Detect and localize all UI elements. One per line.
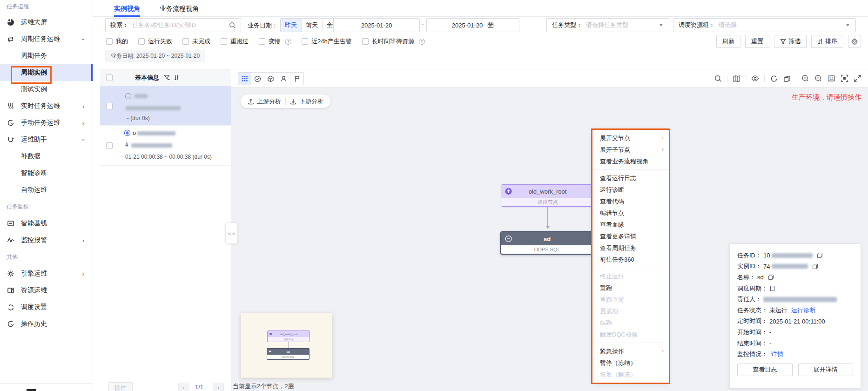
menu-view-run-log[interactable]: 查看运行日志 (592, 172, 669, 184)
sidebar-item-cycle-task[interactable]: 周期任务 (0, 47, 93, 64)
sidebar-item-backfill-data[interactable]: 补数据 (0, 148, 93, 165)
checkbox-run-failed[interactable]: 运行失败 (138, 37, 172, 46)
menu-rerun[interactable]: 重跑 (592, 282, 669, 294)
checkbox-rerun[interactable]: 重跑过 (221, 37, 249, 46)
menu-expand-child[interactable]: 展开子节点› (592, 144, 669, 155)
menu-expand-parent[interactable]: 展开父节点› (592, 132, 669, 144)
checkbox-box[interactable] (106, 38, 113, 45)
search-icon[interactable] (229, 22, 236, 29)
select-all-checkbox[interactable] (106, 74, 113, 81)
minimap[interactable]: old_work_root 虚拟节点 sd ODPS SQL (241, 313, 332, 378)
task-type-select[interactable]: 任务类型： 请选择任务类型 ▼ (546, 18, 669, 32)
upstream-analysis-button[interactable]: 上游分析 (248, 97, 281, 106)
expand-details-button[interactable]: 展开详情 (798, 364, 854, 376)
grid-view-button[interactable] (238, 73, 251, 85)
node-old-work-root[interactable]: old_work_root 虚拟节点 (501, 184, 594, 207)
sidebar-item-operation-history[interactable]: 操作历史 (0, 316, 93, 332)
sidebar-item-cycle-task-ops[interactable]: 周期任务运维 › (0, 31, 93, 47)
checkbox-24h-alert[interactable]: 近24h产生告警 (302, 37, 352, 46)
checkbox-box[interactable] (302, 38, 308, 45)
flag-view-button[interactable] (290, 73, 303, 85)
status-view-button[interactable] (251, 73, 264, 85)
end-date-input[interactable]: 2025-01-20 (426, 18, 519, 32)
checkbox-box[interactable] (138, 38, 145, 45)
menu-edit-node[interactable]: 编辑节点 (592, 207, 669, 219)
checkbox-box[interactable] (182, 38, 189, 45)
checkbox-long-wait-resource[interactable]: 长时间等待资源? (362, 37, 425, 46)
sidebar-item-engine-ops[interactable]: 引擎运维 › (0, 265, 93, 282)
panel-collapse-handle[interactable]: «» (225, 222, 238, 244)
resource-group-select[interactable]: 调度资源组： 请选择 ▼ (673, 18, 856, 32)
checkbox-box[interactable] (362, 38, 369, 45)
action-button-disabled[interactable]: 操作 (108, 382, 133, 391)
list-row-child[interactable]: o # 01-21 00:00:38 ~ 00:00:38 (dur 0s) (100, 126, 231, 166)
sidebar-item-manual-task-ops[interactable]: 手动任务运维 › (0, 115, 93, 131)
zoom-out-icon[interactable] (814, 74, 822, 82)
page-next-button[interactable]: › (213, 383, 224, 391)
sidebar-item-monitor-alarm[interactable]: 监控报警 › (0, 232, 93, 249)
sidebar-item-realtime-task-ops[interactable]: 实时任务运维 › (0, 98, 93, 115)
filter-button[interactable]: 筛选 (774, 35, 807, 48)
sidebar-item-ops-assistant[interactable]: 运维助手 › (0, 131, 93, 148)
node-sd[interactable]: sd ODPS SQL (500, 231, 594, 255)
checkbox-slowdown[interactable]: 变慢? (259, 37, 291, 46)
downstream-analysis-button[interactable]: 下游分析 (290, 97, 323, 106)
quick-option-yesterday[interactable]: 昨天 (281, 19, 302, 32)
reset-button[interactable]: 重置 (745, 35, 769, 48)
menu-view-more-details[interactable]: 查看更多详情 (592, 230, 669, 242)
sidebar-item-auto-ops[interactable]: 自动运维 (0, 182, 93, 198)
node-type-view-button[interactable] (264, 73, 277, 85)
settings-gear-button[interactable] (848, 35, 861, 48)
sidebar-item-test-instance[interactable]: 测试实例 (0, 81, 93, 98)
visibility-eye-icon[interactable] (751, 74, 759, 82)
collapse-minus-icon[interactable] (125, 93, 132, 100)
menu-pause-freeze[interactable]: 暂停（冻结） (592, 357, 669, 369)
checkbox-incomplete[interactable]: 未完成 (182, 37, 210, 46)
view-log-button[interactable]: 查看日志 (737, 364, 793, 376)
checkbox-box[interactable] (221, 38, 227, 45)
sidebar-item-ops-dashboard[interactable]: 运维大屏 (0, 14, 93, 31)
run-diagnosis-link[interactable]: 运行诊断 (791, 306, 815, 315)
quick-option-day-before[interactable]: 前天 (302, 19, 323, 32)
copy-icon[interactable] (812, 263, 818, 270)
search-input[interactable]: 搜索： 任务名称/任务ID/实例ID (105, 18, 241, 32)
menu-emergency-ops[interactable]: 紧急操作› (592, 345, 669, 357)
menu-view-cycle-task[interactable]: 查看周期任务 (592, 242, 669, 254)
column-filter-icon[interactable] (164, 74, 170, 81)
refresh-button[interactable]: 刷新 (716, 35, 740, 48)
checkbox-mine[interactable]: 我的 (106, 37, 128, 46)
sidebar-item-resource-ops[interactable]: 资源运维 (0, 282, 93, 299)
menu-view-business-flow[interactable]: 查看业务流程视角 (592, 155, 669, 167)
page-prev-button[interactable]: ‹ (178, 383, 189, 391)
menu-run-diagnosis[interactable]: 运行诊断 (592, 184, 669, 196)
tab-instance-view[interactable]: 实例视角 (114, 0, 140, 17)
list-row-parent[interactable]: ~ (dur 0s) (100, 86, 231, 126)
fit-center-icon[interactable] (841, 74, 848, 82)
menu-view-lineage[interactable]: 查看血缘 (592, 219, 669, 230)
help-icon[interactable]: ? (419, 39, 425, 45)
sort-button[interactable]: 排序 (811, 35, 843, 48)
column-sort-icon[interactable] (174, 74, 179, 81)
fullscreen-icon[interactable] (854, 74, 861, 82)
refresh-canvas-icon[interactable] (770, 74, 778, 82)
start-date-input[interactable]: 2025-01-20 (333, 18, 420, 32)
row-checkbox[interactable] (106, 103, 113, 109)
owner-view-button[interactable] (277, 73, 290, 85)
zoom-in-icon[interactable] (801, 74, 809, 82)
copy-layout-icon[interactable] (783, 74, 791, 82)
checkbox-box[interactable] (259, 38, 265, 45)
copy-icon[interactable] (768, 274, 774, 280)
row-checkbox[interactable] (106, 142, 113, 149)
help-icon[interactable]: ? (285, 39, 291, 45)
tab-business-flow-view[interactable]: 业务流程视角 (160, 0, 199, 17)
sidebar-item-smart-baseline[interactable]: 智能基线 (0, 215, 93, 232)
sidebar-item-smart-diagnosis[interactable]: 智能诊断 (0, 165, 93, 182)
copy-icon[interactable] (817, 252, 823, 258)
canvas-search-icon[interactable] (714, 74, 722, 82)
sidebar-item-schedule-settings[interactable]: 调度设置 (0, 299, 93, 316)
monitor-details-link[interactable]: 详情 (771, 350, 783, 358)
sidebar-item-cycle-instance[interactable]: 周期实例 (0, 64, 93, 81)
menu-goto-task360[interactable]: 前往任务360 (592, 254, 669, 265)
menu-view-code[interactable]: 查看代码 (592, 196, 669, 207)
actual-size-icon[interactable]: 1:1 (828, 74, 835, 82)
